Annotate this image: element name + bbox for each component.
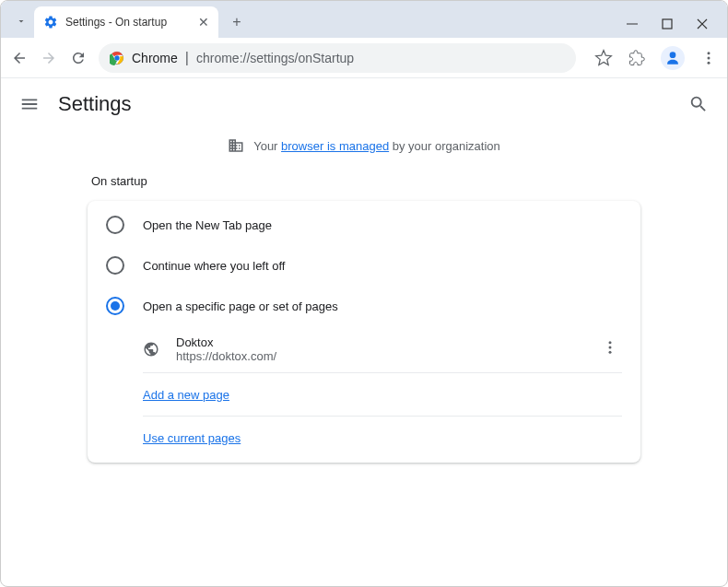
tab-search-dropdown[interactable]	[8, 8, 34, 34]
svg-point-7	[708, 52, 710, 54]
hamburger-menu-button[interactable]	[19, 94, 40, 114]
address-bar[interactable]: Chrome | chrome://settings/onStartup	[99, 43, 576, 73]
browser-tab[interactable]: Settings - On startup ✕	[34, 6, 218, 38]
profile-avatar-button[interactable]	[661, 46, 685, 70]
minimize-button[interactable]	[626, 18, 639, 30]
managed-text: Your browser is managed by your organiza…	[253, 139, 500, 153]
search-settings-button[interactable]	[688, 94, 709, 114]
page-entry-more-button[interactable]	[598, 335, 622, 363]
person-icon	[663, 49, 682, 67]
globe-icon	[143, 341, 159, 358]
svg-rect-1	[663, 19, 672, 29]
tab-close-button[interactable]: ✕	[196, 15, 211, 29]
tab-title: Settings - On startup	[65, 16, 189, 29]
svg-point-10	[609, 341, 612, 344]
option-new-tab[interactable]: Open the New Tab page	[88, 205, 640, 245]
radio-label: Open a specific page or set of pages	[143, 299, 338, 313]
svg-point-5	[114, 55, 119, 60]
page-entry-name: Doktox	[176, 335, 581, 349]
settings-content: On startup Open the New Tab page Continu…	[88, 169, 640, 463]
startup-page-entry: Doktox https://doktox.com/	[88, 326, 640, 372]
startup-card: Open the New Tab page Continue where you…	[88, 201, 640, 463]
option-continue[interactable]: Continue where you left off	[88, 245, 640, 286]
managed-banner: Your browser is managed by your organiza…	[1, 130, 727, 169]
bookmark-button[interactable]	[594, 49, 613, 67]
more-vert-icon	[602, 339, 618, 356]
maximize-button[interactable]	[661, 18, 674, 30]
building-icon	[228, 137, 244, 154]
settings-favicon-icon	[43, 15, 58, 29]
url-separator: |	[185, 50, 189, 66]
close-window-button[interactable]	[696, 18, 709, 30]
back-button[interactable]	[10, 49, 29, 67]
radio-icon	[106, 216, 124, 234]
url-text: chrome://settings/onStartup	[196, 51, 354, 65]
radio-icon	[106, 256, 124, 275]
chrome-icon	[110, 51, 124, 65]
page-title: Settings	[58, 92, 132, 116]
forward-button[interactable]	[40, 49, 58, 67]
browser-toolbar: Chrome | chrome://settings/onStartup	[1, 38, 727, 78]
menu-button[interactable]	[699, 49, 718, 67]
radio-icon	[106, 297, 124, 315]
radio-label: Continue where you left off	[143, 259, 285, 273]
window-controls	[626, 18, 720, 30]
managed-link[interactable]: browser is managed	[281, 139, 389, 153]
browser-titlebar: Settings - On startup ✕ +	[1, 1, 727, 38]
url-prefix: Chrome	[132, 51, 178, 65]
radio-label: Open the New Tab page	[143, 218, 272, 232]
settings-header: Settings	[1, 78, 727, 130]
option-specific-pages[interactable]: Open a specific page or set of pages	[88, 286, 640, 326]
svg-point-11	[609, 346, 612, 349]
reload-button[interactable]	[69, 49, 88, 67]
new-tab-button[interactable]: +	[224, 9, 250, 35]
extensions-button[interactable]	[628, 49, 646, 67]
svg-point-6	[670, 52, 676, 58]
add-page-link[interactable]: Add a new page	[143, 388, 229, 402]
svg-point-12	[609, 351, 612, 354]
add-page-row: Add a new page	[88, 373, 640, 416]
svg-point-9	[708, 61, 710, 64]
svg-point-8	[708, 56, 710, 59]
page-entry-url: https://doktox.com/	[176, 349, 581, 363]
use-current-link[interactable]: Use current pages	[143, 431, 241, 445]
use-current-row: Use current pages	[88, 417, 640, 459]
section-title: On startup	[88, 169, 640, 201]
